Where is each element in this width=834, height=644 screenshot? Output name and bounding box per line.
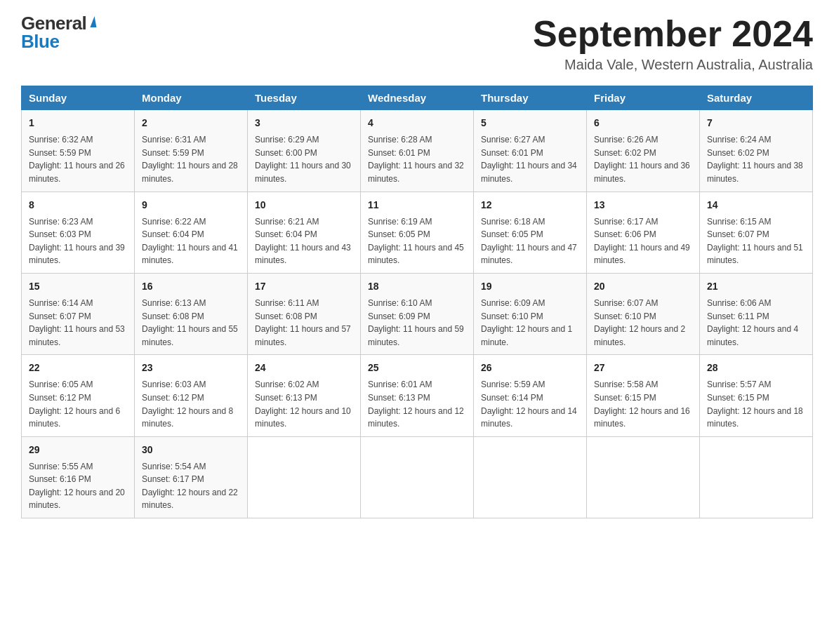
- calendar-cell: 23 Sunrise: 6:03 AM Sunset: 6:12 PM Dayl…: [135, 355, 248, 436]
- calendar-cell: 25 Sunrise: 6:01 AM Sunset: 6:13 PM Dayl…: [361, 355, 474, 436]
- day-number: 20: [594, 279, 692, 294]
- calendar-cell: 1 Sunrise: 6:32 AM Sunset: 5:59 PM Dayli…: [22, 110, 135, 192]
- calendar-cell: [248, 436, 361, 518]
- day-number: 19: [481, 279, 579, 294]
- calendar-cell: 27 Sunrise: 5:58 AM Sunset: 6:15 PM Dayl…: [587, 355, 700, 436]
- day-info: Sunrise: 6:19 AM Sunset: 6:05 PM Dayligh…: [368, 215, 466, 267]
- day-number: 4: [368, 116, 466, 130]
- day-info: Sunrise: 5:58 AM Sunset: 6:15 PM Dayligh…: [594, 378, 692, 430]
- calendar-cell: 2 Sunrise: 6:31 AM Sunset: 5:59 PM Dayli…: [135, 110, 248, 192]
- calendar-cell: 12 Sunrise: 6:18 AM Sunset: 6:05 PM Dayl…: [474, 192, 587, 273]
- calendar-week-row: 22 Sunrise: 6:05 AM Sunset: 6:12 PM Dayl…: [22, 355, 813, 436]
- day-number: 28: [707, 361, 805, 375]
- calendar-cell: 8 Sunrise: 6:23 AM Sunset: 6:03 PM Dayli…: [22, 192, 135, 273]
- day-info: Sunrise: 6:10 AM Sunset: 6:09 PM Dayligh…: [368, 297, 466, 349]
- calendar-cell: 21 Sunrise: 6:06 AM Sunset: 6:11 PM Dayl…: [700, 273, 813, 354]
- col-sunday: Sunday: [22, 86, 135, 110]
- calendar-cell: 24 Sunrise: 6:02 AM Sunset: 6:13 PM Dayl…: [248, 355, 361, 436]
- day-number: 21: [707, 279, 805, 294]
- calendar-cell: 16 Sunrise: 6:13 AM Sunset: 6:08 PM Dayl…: [135, 273, 248, 354]
- day-info: Sunrise: 6:28 AM Sunset: 6:01 PM Dayligh…: [368, 133, 466, 185]
- calendar-cell: 11 Sunrise: 6:19 AM Sunset: 6:05 PM Dayl…: [361, 192, 474, 273]
- calendar-cell: 14 Sunrise: 6:15 AM Sunset: 6:07 PM Dayl…: [700, 192, 813, 273]
- day-info: Sunrise: 5:59 AM Sunset: 6:14 PM Dayligh…: [481, 378, 579, 430]
- day-number: 22: [29, 361, 127, 375]
- calendar-cell: [361, 436, 474, 518]
- day-number: 24: [255, 361, 353, 375]
- calendar-cell: 28 Sunrise: 5:57 AM Sunset: 6:15 PM Dayl…: [700, 355, 813, 436]
- day-number: 13: [594, 198, 692, 213]
- calendar-cell: 20 Sunrise: 6:07 AM Sunset: 6:10 PM Dayl…: [587, 273, 700, 354]
- calendar-week-row: 1 Sunrise: 6:32 AM Sunset: 5:59 PM Dayli…: [22, 110, 813, 192]
- calendar-cell: 9 Sunrise: 6:22 AM Sunset: 6:04 PM Dayli…: [135, 192, 248, 273]
- day-number: 17: [255, 279, 353, 294]
- day-info: Sunrise: 6:24 AM Sunset: 6:02 PM Dayligh…: [707, 133, 805, 185]
- col-thursday: Thursday: [474, 86, 587, 110]
- day-number: 2: [142, 116, 240, 130]
- calendar-cell: 18 Sunrise: 6:10 AM Sunset: 6:09 PM Dayl…: [361, 273, 474, 354]
- day-number: 23: [142, 361, 240, 375]
- calendar-week-row: 29 Sunrise: 5:55 AM Sunset: 6:16 PM Dayl…: [22, 436, 813, 518]
- calendar-week-row: 8 Sunrise: 6:23 AM Sunset: 6:03 PM Dayli…: [22, 192, 813, 273]
- calendar-cell: [700, 436, 813, 518]
- col-monday: Monday: [135, 86, 248, 110]
- day-info: Sunrise: 5:54 AM Sunset: 6:17 PM Dayligh…: [142, 460, 240, 512]
- day-info: Sunrise: 6:09 AM Sunset: 6:10 PM Dayligh…: [481, 297, 579, 349]
- day-info: Sunrise: 6:22 AM Sunset: 6:04 PM Dayligh…: [142, 215, 240, 267]
- day-info: Sunrise: 6:23 AM Sunset: 6:03 PM Dayligh…: [29, 215, 127, 267]
- day-info: Sunrise: 6:01 AM Sunset: 6:13 PM Dayligh…: [368, 378, 466, 430]
- day-info: Sunrise: 5:55 AM Sunset: 6:16 PM Dayligh…: [29, 460, 127, 512]
- col-friday: Friday: [587, 86, 700, 110]
- day-number: 27: [594, 361, 692, 375]
- day-number: 16: [142, 279, 240, 294]
- logo-blue-text: Blue: [21, 31, 59, 52]
- day-number: 8: [29, 198, 127, 213]
- calendar-cell: 30 Sunrise: 5:54 AM Sunset: 6:17 PM Dayl…: [135, 436, 248, 518]
- day-number: 3: [255, 116, 353, 130]
- page-header: General Blue September 2024 Maida Vale, …: [21, 14, 813, 73]
- calendar-week-row: 15 Sunrise: 6:14 AM Sunset: 6:07 PM Dayl…: [22, 273, 813, 354]
- calendar-cell: 26 Sunrise: 5:59 AM Sunset: 6:14 PM Dayl…: [474, 355, 587, 436]
- calendar-header-row: Sunday Monday Tuesday Wednesday Thursday…: [22, 86, 813, 110]
- day-info: Sunrise: 6:31 AM Sunset: 5:59 PM Dayligh…: [142, 133, 240, 185]
- day-number: 5: [481, 116, 579, 130]
- logo-general-text: General: [21, 14, 86, 32]
- calendar-cell: 19 Sunrise: 6:09 AM Sunset: 6:10 PM Dayl…: [474, 273, 587, 354]
- day-number: 6: [594, 116, 692, 130]
- day-info: Sunrise: 6:11 AM Sunset: 6:08 PM Dayligh…: [255, 297, 353, 349]
- logo-triangle-icon: [88, 16, 97, 27]
- calendar-cell: 4 Sunrise: 6:28 AM Sunset: 6:01 PM Dayli…: [361, 110, 474, 192]
- day-number: 1: [29, 116, 127, 130]
- calendar-cell: 22 Sunrise: 6:05 AM Sunset: 6:12 PM Dayl…: [22, 355, 135, 436]
- col-wednesday: Wednesday: [361, 86, 474, 110]
- day-info: Sunrise: 6:13 AM Sunset: 6:08 PM Dayligh…: [142, 297, 240, 349]
- day-info: Sunrise: 6:06 AM Sunset: 6:11 PM Dayligh…: [707, 297, 805, 349]
- calendar-cell: 29 Sunrise: 5:55 AM Sunset: 6:16 PM Dayl…: [22, 436, 135, 518]
- calendar-cell: 3 Sunrise: 6:29 AM Sunset: 6:00 PM Dayli…: [248, 110, 361, 192]
- day-info: Sunrise: 6:03 AM Sunset: 6:12 PM Dayligh…: [142, 378, 240, 430]
- day-number: 25: [368, 361, 466, 375]
- calendar-cell: 10 Sunrise: 6:21 AM Sunset: 6:04 PM Dayl…: [248, 192, 361, 273]
- day-number: 7: [707, 116, 805, 130]
- day-number: 12: [481, 198, 579, 213]
- day-number: 29: [29, 443, 127, 457]
- title-section: September 2024 Maida Vale, Western Austr…: [533, 14, 813, 73]
- day-info: Sunrise: 6:27 AM Sunset: 6:01 PM Dayligh…: [481, 133, 579, 185]
- day-info: Sunrise: 6:02 AM Sunset: 6:13 PM Dayligh…: [255, 378, 353, 430]
- calendar-cell: [587, 436, 700, 518]
- calendar-cell: [474, 436, 587, 518]
- calendar-cell: 13 Sunrise: 6:17 AM Sunset: 6:06 PM Dayl…: [587, 192, 700, 273]
- day-number: 30: [142, 443, 240, 457]
- calendar-cell: 17 Sunrise: 6:11 AM Sunset: 6:08 PM Dayl…: [248, 273, 361, 354]
- calendar-cell: 15 Sunrise: 6:14 AM Sunset: 6:07 PM Dayl…: [22, 273, 135, 354]
- day-number: 10: [255, 198, 353, 213]
- col-saturday: Saturday: [700, 86, 813, 110]
- month-title: September 2024: [533, 14, 813, 54]
- day-number: 15: [29, 279, 127, 294]
- day-number: 18: [368, 279, 466, 294]
- col-tuesday: Tuesday: [248, 86, 361, 110]
- day-info: Sunrise: 6:17 AM Sunset: 6:06 PM Dayligh…: [594, 215, 692, 267]
- day-info: Sunrise: 6:15 AM Sunset: 6:07 PM Dayligh…: [707, 215, 805, 267]
- calendar-cell: 7 Sunrise: 6:24 AM Sunset: 6:02 PM Dayli…: [700, 110, 813, 192]
- day-info: Sunrise: 6:32 AM Sunset: 5:59 PM Dayligh…: [29, 133, 127, 185]
